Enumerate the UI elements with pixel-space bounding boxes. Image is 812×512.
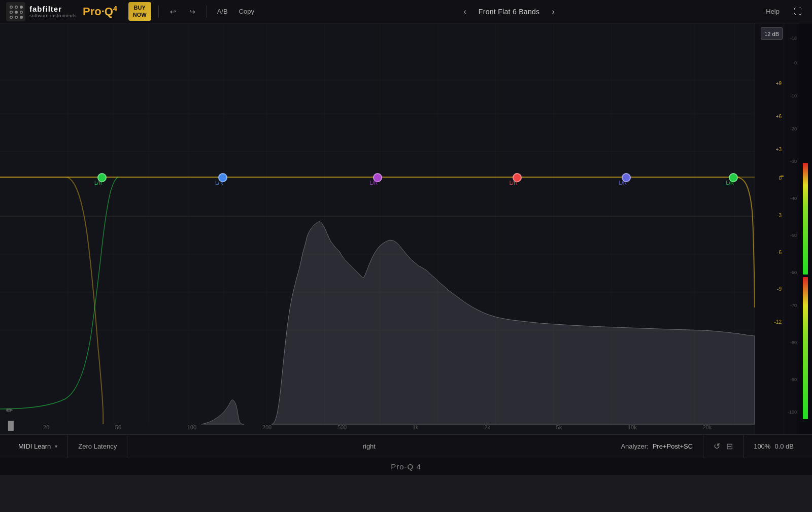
latency-section: Zero Latency: [68, 435, 127, 458]
freq-1k: 1k: [413, 424, 419, 430]
freq-2k: 2k: [484, 424, 490, 430]
midi-learn-button[interactable]: MIDI Learn: [18, 442, 51, 450]
band-1-label: L/R: [94, 180, 103, 186]
band-4-label: L/R: [510, 180, 518, 186]
analyzer-mode[interactable]: Pre+Post+SC: [653, 442, 693, 450]
loop-icon[interactable]: ↺: [714, 441, 720, 451]
sdb--40: -40: [790, 196, 797, 201]
preset-next-button[interactable]: ›: [548, 6, 558, 17]
sdb--18: -18: [790, 36, 797, 41]
expand-button[interactable]: ⛶: [790, 5, 806, 18]
freq-500: 500: [337, 424, 347, 430]
sdb--90: -90: [790, 377, 797, 382]
latency-label[interactable]: Zero Latency: [78, 442, 117, 450]
svg-point-4: [16, 6, 17, 8]
gain-label[interactable]: 0.0 dB: [774, 442, 794, 450]
band-5-label: L/R: [619, 180, 627, 186]
db-minus3: -3: [777, 213, 782, 218]
plugin-title-bar: Pro-Q 4: [0, 458, 812, 475]
divider-2: [207, 6, 207, 18]
plugin-title-text: Pro-Q 4: [391, 462, 421, 471]
analyzer-section: Analyzer: Pre+Post+SC: [611, 435, 703, 458]
sdb--60: -60: [790, 270, 797, 275]
analyzer-text: Analyzer:: [621, 442, 648, 450]
help-button[interactable]: Help: [761, 6, 785, 17]
preset-prev-button[interactable]: ‹: [459, 6, 470, 17]
pencil-icon[interactable]: ✏: [6, 405, 13, 415]
brand-text: fabfilter software instruments: [29, 5, 77, 18]
eq-grid-svg: [0, 23, 755, 434]
compare-icon[interactable]: ⊟: [726, 441, 733, 451]
db-minus6: -6: [777, 250, 782, 255]
freq-100: 100: [187, 424, 196, 430]
eq-canvas[interactable]: L/R L/R L/R L/R L/R L/R 20: [0, 23, 755, 434]
band-node-2[interactable]: L/R: [218, 173, 227, 182]
svg-point-14: [16, 16, 17, 18]
db-plus9: +9: [776, 81, 782, 86]
svg-point-8: [15, 11, 18, 14]
topbar: fabfilter software instruments Pro·Q4 BU…: [0, 0, 812, 23]
zero-db-marker: [781, 176, 784, 177]
midi-learn-section: MIDI Learn ▾: [8, 435, 68, 458]
svg-point-10: [21, 11, 22, 13]
band-node-6[interactable]: L/R: [729, 173, 738, 182]
svg-point-12: [11, 16, 12, 18]
brand-sub: software instruments: [29, 13, 77, 18]
vu-bar-right: [803, 277, 808, 419]
svg-point-15: [20, 16, 23, 19]
freq-10k: 10k: [628, 424, 637, 430]
db-minus9: -9: [777, 286, 782, 292]
db-minus12: -12: [774, 319, 782, 325]
freq-5k: 5k: [556, 424, 562, 430]
freq-20: 20: [43, 424, 49, 430]
sdb--80: -80: [790, 340, 797, 345]
preset-area: ‹ Front Flat 6 Bands ›: [262, 6, 756, 17]
band-2-label: L/R: [215, 180, 223, 186]
undo-button[interactable]: ↩: [166, 6, 180, 18]
copy-button[interactable]: Copy: [236, 8, 257, 15]
vu-bar-left: [803, 163, 808, 275]
divider-1: [158, 6, 159, 18]
svg-point-2: [11, 6, 12, 8]
sdb--100: -100: [788, 409, 797, 415]
svg-point-7: [11, 11, 12, 13]
channel-label[interactable]: right: [363, 442, 376, 450]
product-name: Pro·Q4: [83, 5, 117, 18]
right-scale-panel: 12 dB +9 +6 +3 0 -3 -6 -9 -12 -18 0 -10 …: [755, 23, 798, 434]
freq-50: 50: [115, 424, 121, 430]
vu-meters-panel: [798, 23, 812, 434]
band-6-label: L/R: [726, 180, 734, 186]
db-plus3: +3: [776, 147, 782, 152]
freq-200: 200: [262, 424, 272, 430]
bars-icon[interactable]: ▐▌: [5, 421, 17, 430]
freq-labels-row: 20 50 100 200 500 1k 2k 5k 10k 20k: [0, 424, 755, 430]
sdb--70: -70: [790, 303, 797, 308]
analyzer-icons-section: ↺ ⊟: [703, 435, 743, 458]
sdb--20: -20: [790, 126, 797, 131]
zoom-level[interactable]: 100%: [754, 442, 770, 450]
sdb-0: 0: [794, 60, 797, 65]
band-node-5[interactable]: L/R: [622, 173, 631, 182]
brand-name: fabfilter: [29, 5, 77, 13]
band-node-4[interactable]: L/R: [513, 173, 522, 182]
buy-now-button[interactable]: BUY NOW: [128, 2, 151, 20]
midi-learn-dropdown[interactable]: ▾: [55, 443, 57, 449]
redo-button[interactable]: ↪: [185, 6, 199, 18]
ab-button[interactable]: A/B: [214, 8, 231, 15]
bottom-bar: MIDI Learn ▾ Zero Latency right Analyzer…: [0, 434, 812, 458]
db-plus6: +6: [776, 114, 782, 119]
sdb--10: -10: [790, 93, 797, 98]
band-node-3[interactable]: L/R: [373, 173, 382, 182]
sdb--50: -50: [790, 233, 797, 238]
sdb--30: -30: [790, 159, 797, 164]
logo-area: fabfilter software instruments Pro·Q4: [6, 2, 117, 21]
band-3-label: L/R: [370, 180, 378, 186]
svg-point-5: [20, 6, 23, 9]
channel-section: right: [127, 435, 611, 458]
freq-20k: 20k: [702, 424, 712, 430]
zoom-section: 100% 0.0 dB: [743, 435, 804, 458]
fabfilter-logo-icon: [6, 2, 25, 21]
band-node-1[interactable]: L/R: [97, 173, 107, 182]
preset-name: Front Flat 6 Bands: [479, 8, 540, 16]
main-eq-area: L/R L/R L/R L/R L/R L/R 20: [0, 23, 812, 434]
